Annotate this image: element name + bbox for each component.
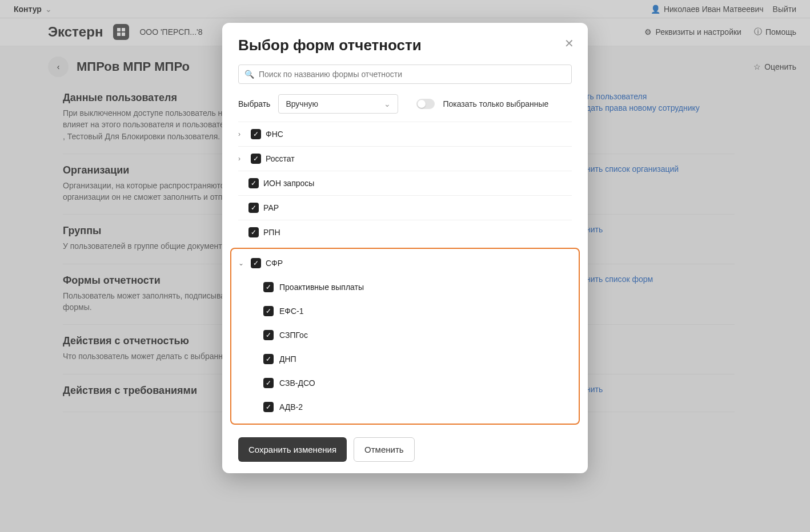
- tree-label: СЗПГос: [279, 331, 308, 340]
- tree-item-rar[interactable]: ✓ РАР: [238, 196, 572, 220]
- chevron-right-icon: ›: [238, 155, 246, 163]
- chevron-down-icon: ⌄: [384, 99, 391, 108]
- toggle-label: Показать только выбранные: [443, 99, 548, 108]
- tree-label: СФР: [266, 259, 283, 268]
- checkbox-checked-icon[interactable]: ✓: [263, 378, 274, 388]
- tree-item-rpn[interactable]: ✓ РПН: [238, 220, 572, 244]
- sfr-highlight-block: ⌄ ✓ СФР ✓ Проактивные выплаты ✓ ЕФС-1 ✓ …: [230, 248, 580, 425]
- tree-label: ДНП: [279, 354, 296, 364]
- forms-modal: Выбор форм отчетности ✕ 🔍 Выбрать Вручну…: [222, 23, 588, 473]
- checkbox-checked-icon[interactable]: ✓: [263, 282, 274, 292]
- select-mode[interactable]: Вручную ⌄: [278, 94, 398, 114]
- tree-subitem-proactive[interactable]: ✓ Проактивные выплаты: [238, 275, 572, 299]
- tree-subitem-adv2[interactable]: ✓ АДВ-2: [238, 395, 572, 419]
- select-label: Выбрать: [238, 99, 270, 108]
- modal-title: Выбор форм отчетности: [238, 37, 572, 54]
- tree-label: ФНС: [266, 130, 283, 139]
- chevron-right-icon: ›: [238, 130, 246, 138]
- tree-label: Проактивные выплаты: [279, 283, 364, 292]
- checkbox-checked-icon[interactable]: ✓: [251, 129, 261, 139]
- checkbox-checked-icon[interactable]: ✓: [263, 354, 274, 364]
- checkbox-checked-icon[interactable]: ✓: [251, 154, 261, 164]
- tree-item-ion[interactable]: ✓ ИОН запросы: [238, 171, 572, 196]
- controls-row: Выбрать Вручную ⌄ Показать только выбран…: [238, 94, 572, 114]
- tree-subitem-efs1[interactable]: ✓ ЕФС-1: [238, 299, 572, 323]
- tree-label: РПН: [263, 228, 280, 237]
- forms-tree: › ✓ ФНС › ✓ Росстат ✓ ИОН запросы ✓ РАР …: [238, 122, 572, 425]
- modal-footer: Сохранить изменения Отменить: [238, 430, 572, 462]
- checkbox-checked-icon[interactable]: ✓: [263, 402, 274, 412]
- tree-item-sfr[interactable]: ⌄ ✓ СФР: [238, 251, 572, 275]
- tree-label: СЗВ-ДСО: [279, 378, 315, 388]
- search-icon: 🔍: [244, 70, 254, 79]
- cancel-button[interactable]: Отменить: [354, 437, 415, 462]
- tree-item-fns[interactable]: › ✓ ФНС: [238, 122, 572, 147]
- close-icon[interactable]: ✕: [564, 37, 574, 50]
- checkbox-checked-icon[interactable]: ✓: [248, 178, 259, 188]
- tree-label: РАР: [263, 203, 279, 212]
- show-selected-toggle[interactable]: [416, 99, 435, 109]
- checkbox-checked-icon[interactable]: ✓: [263, 330, 274, 340]
- select-value: Вручную: [286, 99, 318, 108]
- tree-subitem-dnp[interactable]: ✓ ДНП: [238, 347, 572, 371]
- tree-subitem-szpgos[interactable]: ✓ СЗПГос: [238, 323, 572, 347]
- modal-overlay[interactable]: Выбор форм отчетности ✕ 🔍 Выбрать Вручну…: [0, 0, 810, 532]
- tree-label: ЕФС-1: [279, 307, 304, 316]
- tree-label: ИОН запросы: [263, 179, 314, 188]
- tree-label: Росстат: [266, 154, 295, 163]
- search-input-wrapper[interactable]: 🔍: [238, 65, 572, 84]
- checkbox-checked-icon[interactable]: ✓: [263, 306, 274, 316]
- tree-label: АДВ-2: [279, 402, 303, 412]
- tree-subitem-szvdso[interactable]: ✓ СЗВ-ДСО: [238, 371, 572, 395]
- checkbox-checked-icon[interactable]: ✓: [248, 227, 259, 237]
- search-input[interactable]: [259, 70, 566, 79]
- checkbox-checked-icon[interactable]: ✓: [248, 203, 259, 213]
- save-button[interactable]: Сохранить изменения: [238, 437, 347, 462]
- checkbox-checked-icon[interactable]: ✓: [251, 258, 261, 268]
- chevron-down-icon: ⌄: [238, 259, 246, 267]
- tree-item-rosstat[interactable]: › ✓ Росстат: [238, 147, 572, 171]
